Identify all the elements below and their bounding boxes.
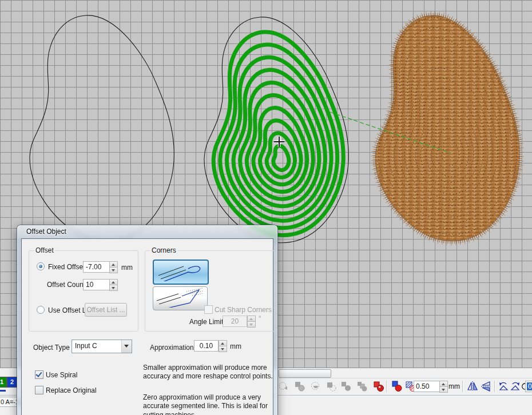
toolbar-offset-spinner[interactable]: [439, 381, 448, 392]
replace-original-checkbox[interactable]: [35, 386, 43, 394]
selected-angle-text: 0: [527, 382, 532, 390]
mirror-horizontal-icon[interactable]: [467, 381, 478, 392]
toolbar-offset-input[interactable]: 0.50: [414, 381, 440, 392]
stitched-object[interactable]: [375, 15, 519, 241]
create-boundary-icon[interactable]: [391, 381, 403, 392]
dialog-title: Offset Object: [26, 228, 66, 236]
fixed-offset-label: Fixed Offset: [48, 263, 85, 271]
angle-limit-input[interactable]: 20: [223, 316, 247, 327]
offset-object-dialog: Offset Object Offset Fixed Offset -7.00 …: [17, 225, 277, 415]
toolbar-separator: [386, 381, 387, 392]
application-window: 1 2: [0, 0, 532, 415]
approximation-unit-label: mm: [230, 342, 241, 350]
toolbar-angle-input[interactable]: 0: [525, 381, 532, 392]
cut-sharp-corners-checkbox[interactable]: [204, 305, 213, 314]
angle-limit-spinner[interactable]: [247, 316, 256, 327]
use-spiral-checkbox[interactable]: [35, 370, 43, 379]
rotate-cw-icon[interactable]: [510, 381, 521, 392]
offset-group-label: Offset: [34, 246, 55, 254]
round-corners-button[interactable]: [153, 260, 209, 285]
combine-icon[interactable]: [340, 381, 352, 392]
fixed-offset-spinner[interactable]: [109, 261, 118, 273]
approximation-note-1: Smaller approximation will produce more …: [143, 364, 276, 381]
fixed-offset-radio[interactable]: [37, 262, 45, 270]
object-type-dropdown[interactable]: Input C: [72, 340, 132, 353]
trim-icon[interactable]: [294, 381, 305, 392]
weld-icon[interactable]: [278, 381, 289, 392]
intersect-icon[interactable]: [310, 381, 321, 392]
use-spiral-label: Use Spiral: [46, 371, 77, 379]
angle-limit-label: Angle Limit: [189, 318, 223, 326]
outline-shape-object[interactable]: [30, 15, 174, 241]
toolbar-separator: [462, 381, 463, 392]
fragment-icon[interactable]: [356, 381, 368, 392]
corners-group-label: Corners: [150, 246, 178, 254]
offset-list-button[interactable]: Offset List ...: [85, 303, 127, 317]
dialog-titlebar[interactable]: Offset Object: [17, 225, 277, 238]
horizontal-scrollbar-thumb[interactable]: [279, 369, 331, 378]
object-type-value: Input C: [75, 342, 97, 350]
offset-count-spinner[interactable]: [109, 279, 118, 290]
fixed-offset-unit-label: mm: [121, 264, 133, 272]
sharp-corners-icon: [153, 287, 205, 308]
offset-count-label: Offset Count: [47, 281, 85, 289]
offset-count-input[interactable]: 10: [83, 279, 110, 290]
exclude-icon[interactable]: [325, 381, 337, 392]
approximation-note-2: Zero approximation will produce a very a…: [143, 393, 276, 415]
palette-color-1[interactable]: 1: [0, 377, 7, 388]
approximation-label: Approximation: [150, 344, 194, 352]
remove-overlaps-icon[interactable]: [373, 381, 384, 392]
approximation-input[interactable]: 0.10: [194, 340, 219, 352]
round-corners-icon: [154, 261, 205, 281]
palette-selection-indicator: [0, 390, 6, 392]
sharp-corners-button[interactable]: [153, 286, 208, 310]
toolbar-offset-unit-label: mm: [448, 382, 460, 390]
fixed-offset-input[interactable]: -7.00: [83, 261, 110, 273]
cut-sharp-corners-label: Cut Sharp Corners: [215, 306, 272, 314]
approximation-spinner[interactable]: [219, 340, 227, 352]
rotate-ccw-icon[interactable]: [498, 381, 509, 392]
dialog-body: Offset Fixed Offset -7.00 mm Offset Coun…: [21, 238, 273, 415]
object-type-label: Object Type: [33, 344, 70, 352]
mirror-vertical-icon[interactable]: [481, 381, 492, 392]
palette-color-2[interactable]: 2: [7, 377, 17, 388]
toolbar-separator: [494, 381, 495, 392]
use-offset-list-radio[interactable]: [37, 306, 45, 314]
angle-limit-unit-label: °: [259, 314, 261, 322]
offset-result-object[interactable]: [204, 17, 348, 243]
replace-original-label: Replace Original: [46, 386, 97, 394]
dropdown-arrow-icon[interactable]: [121, 340, 132, 353]
